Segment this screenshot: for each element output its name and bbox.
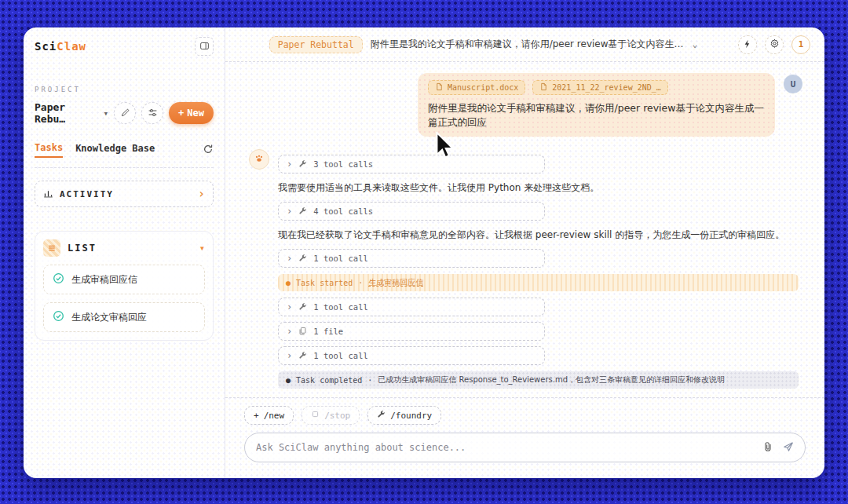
tool-calls-accordion[interactable]: › 4 tool calls (278, 202, 545, 221)
send-icon (783, 440, 794, 455)
wrench-icon (298, 206, 307, 217)
task-completed-banner: ● Task completed · 已成功生成审稿回应信 Response_t… (278, 371, 799, 389)
assistant-message: › 3 tool calls 我需要使用适当的工具来读取这些文件。让我使用 Py… (249, 149, 802, 397)
send-button[interactable] (783, 440, 794, 455)
edit-project-button[interactable] (114, 102, 136, 124)
new-project-button[interactable]: + New (169, 102, 214, 124)
settings-button[interactable] (765, 35, 784, 54)
command-chip-stop[interactable]: /stop (302, 406, 360, 425)
check-circle-icon (53, 272, 64, 287)
wrench-icon (298, 351, 307, 361)
wrench-icon (298, 254, 307, 264)
user-message-bubble: Manuscript.docx 2021_11_22_review_2ND_… … (418, 73, 775, 137)
chat-scroll-area[interactable]: Manuscript.docx 2021_11_22_review_2ND_… … (225, 62, 824, 397)
usage-counter-badge[interactable]: 1 (791, 35, 810, 54)
wrench-icon (377, 410, 386, 421)
assistant-paragraph: 我已根据论文手稿和审稿意见，使用 peer-review skill 的规范格式… (278, 396, 802, 397)
tab-knowledge-base[interactable]: Knowledge Base (75, 143, 155, 157)
status-dot: ● (286, 376, 291, 385)
check-circle-icon (53, 310, 64, 325)
sliders-icon (148, 106, 158, 121)
assistant-avatar (249, 149, 269, 170)
chevron-right-icon: › (287, 350, 292, 361)
conversation-header: Paper Rebuttal 附件里是我的论文手稿和审稿建议，请你用/peer … (225, 27, 824, 62)
project-name: Paper Rebu… (35, 101, 98, 125)
task-link[interactable]: 生成审稿回应信 (368, 277, 423, 288)
chevron-down-icon: ▾ (103, 108, 108, 119)
pencil-icon (120, 106, 130, 121)
status-dot: ● (286, 279, 291, 287)
plus-icon: + (178, 108, 184, 119)
message-input-bar (244, 433, 806, 462)
wrench-icon (298, 159, 307, 170)
conversation-title: 附件里是我的论文手稿和审稿建议，请你用/peer review基于论文内容生成一… (371, 38, 685, 51)
chevron-down-icon[interactable]: ⌄ (693, 39, 698, 49)
plus-icon: + (254, 411, 259, 421)
tool-calls-accordion[interactable]: › 1 tool call (278, 346, 545, 365)
project-settings-button[interactable] (141, 102, 163, 124)
project-selector[interactable]: Paper Rebu… ▾ (35, 101, 108, 125)
chevron-right-icon: › (287, 206, 292, 217)
list-item[interactable]: 生成审稿回应信 (43, 265, 205, 294)
bar-chart-icon (43, 187, 53, 202)
quick-actions-button[interactable] (738, 35, 757, 54)
collapse-sidebar-button[interactable] (195, 37, 214, 56)
task-completed-text: 已成功生成审稿回应信 Response_to_Reviewers.md，包含对三… (378, 374, 725, 385)
task-started-banner: ● Task started · 生成审稿回应信 (278, 274, 799, 291)
main-area: Paper Rebuttal 附件里是我的论文手稿和审稿建议，请你用/peer … (225, 27, 824, 478)
panel-toggle-icon (199, 39, 210, 54)
list-item[interactable]: 生成论文审稿回应 (43, 302, 205, 332)
list-icon (43, 239, 60, 257)
tab-tasks[interactable]: Tasks (35, 142, 63, 158)
attach-file-button[interactable] (762, 440, 773, 455)
chevron-right-icon: › (287, 301, 292, 312)
user-message: Manuscript.docx 2021_11_22_review_2ND_… … (249, 73, 802, 137)
chevron-right-icon: › (198, 188, 205, 200)
project-badge[interactable]: Paper Rebuttal (269, 36, 363, 53)
wrench-icon (298, 302, 307, 312)
tool-calls-accordion[interactable]: › 1 tool call (278, 249, 545, 268)
app-logo: SciClaw (35, 40, 86, 53)
activity-section[interactable]: ACTIVITY › (35, 181, 214, 207)
app-window: SciClaw PROJECT Paper Rebu… ▾ (24, 27, 824, 478)
command-chip-foundry[interactable]: /foundry (367, 406, 441, 425)
chevron-down-icon: ▾ (199, 243, 205, 254)
sidebar: SciClaw PROJECT Paper Rebu… ▾ (24, 27, 225, 478)
message-input[interactable] (256, 442, 753, 453)
stop-square-icon (311, 410, 320, 421)
command-chip-new[interactable]: + /new (244, 406, 294, 425)
chevron-right-icon: › (287, 253, 292, 264)
assistant-paragraph: 我需要使用适当的工具来读取这些文件。让我使用 Python 来处理这些文档。 (278, 181, 802, 195)
list-title: LIST (68, 243, 192, 254)
tool-calls-accordion[interactable]: › 3 tool calls (278, 155, 545, 173)
gear-icon (769, 37, 780, 52)
user-message-text: 附件里是我的论文手稿和审稿建议，请你用/peer review基于论文内容生成一… (428, 101, 765, 130)
file-icon (298, 327, 307, 337)
document-icon (539, 82, 548, 93)
paw-icon (254, 152, 265, 167)
chevron-right-icon: › (287, 326, 292, 337)
composer: + /new /stop /foundry (225, 397, 824, 478)
attachment-chip[interactable]: 2021_11_22_review_2ND_… (532, 80, 667, 95)
activity-label: ACTIVITY (60, 189, 192, 199)
sidebar-divider (35, 167, 214, 168)
files-accordion[interactable]: › 1 file (278, 322, 545, 341)
task-list-panel: LIST ▾ 生成审稿回应信 生成论文审稿回应 (35, 231, 214, 341)
chevron-right-icon: › (287, 159, 292, 170)
paperclip-icon (762, 440, 773, 455)
lightning-icon (743, 37, 752, 52)
assistant-paragraph: 现在我已经获取了论文手稿和审稿意见的全部内容。让我根据 peer-review … (278, 228, 802, 242)
document-icon (435, 82, 444, 93)
attachment-chip[interactable]: Manuscript.docx (428, 80, 525, 95)
user-avatar: U (784, 75, 802, 93)
task-list-header[interactable]: LIST ▾ (43, 239, 205, 257)
refresh-icon (203, 143, 214, 158)
tool-calls-accordion[interactable]: › 1 tool call (278, 298, 545, 316)
project-section-label: PROJECT (35, 86, 214, 93)
refresh-button[interactable] (203, 143, 214, 158)
